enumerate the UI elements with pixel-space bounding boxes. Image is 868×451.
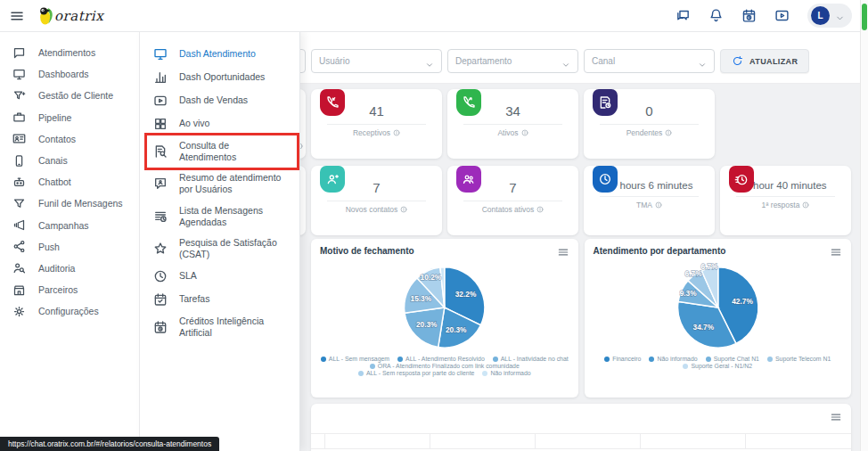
chat-duo-icon[interactable] xyxy=(676,8,691,23)
sidebar-item[interactable]: Atendimentos xyxy=(0,42,139,63)
legend-item[interactable]: ALL - Atendimento Resolvido xyxy=(397,356,485,362)
info-icon[interactable] xyxy=(400,206,407,213)
video-icon[interactable] xyxy=(774,8,790,23)
user-menu[interactable]: L xyxy=(807,4,852,28)
info-icon[interactable] xyxy=(536,206,544,213)
submenu-item[interactable]: SLA xyxy=(140,265,299,288)
info-icon[interactable] xyxy=(802,201,809,209)
person-add-icon xyxy=(320,166,345,193)
legend-item[interactable]: Suporte Chat N1 xyxy=(706,356,759,362)
submenu-item[interactable]: Dash de Vendas xyxy=(140,89,299,112)
submenu-item[interactable]: Lista de Mensagens Agendadas xyxy=(140,201,299,233)
doc-clock-icon xyxy=(593,89,618,116)
submenu-item[interactable]: Ao vivo xyxy=(140,112,299,135)
table-header-cell xyxy=(325,433,430,449)
stopwatch-icon xyxy=(729,166,754,193)
chart-legend: ALL - Sem mensagemALL - Atendimento Reso… xyxy=(320,356,569,376)
briefcase-icon xyxy=(12,111,26,124)
stat-card: 7 Novos contatos xyxy=(311,166,442,235)
legend-item[interactable]: Não informado xyxy=(649,356,697,362)
menu-icon[interactable] xyxy=(9,7,27,25)
card-menu-icon[interactable] xyxy=(830,246,842,258)
sidebar-item[interactable]: Push xyxy=(0,236,139,258)
legend-item[interactable]: ORA - Atendimento Finalizado com link co… xyxy=(370,363,520,369)
submenu-item[interactable]: Dash Atendimento xyxy=(140,43,299,66)
legend-item[interactable]: Financeiro xyxy=(604,356,641,362)
divider xyxy=(463,201,563,201)
table-header-cell xyxy=(641,433,746,449)
card-menu-icon[interactable] xyxy=(557,246,569,258)
submenu-item[interactable]: Créditos Inteligência Artificial xyxy=(140,311,299,343)
submenu-item[interactable]: Dash Oportunidades xyxy=(140,66,299,89)
funnel-icon xyxy=(12,197,26,210)
submenu-item[interactable]: Consulta de Atendimentos xyxy=(140,135,299,168)
svg-text:32.2%: 32.2% xyxy=(455,290,477,299)
submenu-item[interactable]: Pesquisa de Satisfação (CSAT) xyxy=(140,233,299,265)
card-menu-icon[interactable] xyxy=(830,411,842,423)
sidebar-item[interactable]: Campanhas xyxy=(0,215,139,236)
sidebar-item[interactable]: Funil de Mensagens xyxy=(0,193,139,214)
refresh-button[interactable]: ATUALIZAR xyxy=(720,49,809,73)
legend-item[interactable]: Não informado xyxy=(482,370,530,376)
scrollbar-thumb[interactable] xyxy=(862,4,867,30)
filter-select[interactable]: Usuário xyxy=(311,49,442,73)
info-icon[interactable] xyxy=(665,129,672,136)
dashboards-submenu: Dash Atendimento Dash Oportunidades Dash… xyxy=(140,31,300,451)
svg-text:15.3%: 15.3% xyxy=(411,294,432,303)
scrollbar-track[interactable] xyxy=(860,0,868,451)
legend-item[interactable]: ALL - Sem resposta por parte do cliente xyxy=(358,370,475,376)
stat-card: 0 Pendentes xyxy=(584,89,715,159)
sidebar-item[interactable]: Dashboards xyxy=(0,63,139,85)
sidebar-item[interactable]: Parceiros xyxy=(0,279,139,300)
stat-card: 1 hour 40 minutes 1ª resposta xyxy=(720,166,851,235)
legend-item[interactable]: ALL - Sem mensagem xyxy=(321,356,389,362)
device-icon xyxy=(12,154,26,168)
logo: oratrix xyxy=(37,5,103,27)
submenu-item[interactable]: Resumo de atendimento por Usuários xyxy=(140,168,299,200)
divider xyxy=(327,201,427,201)
table-header-cell xyxy=(311,433,325,449)
chart-legend: FinanceiroNão informadoSuporte Chat N1Su… xyxy=(594,356,843,369)
submenu-item[interactable]: Tarefas xyxy=(140,288,299,311)
legend-item[interactable]: Suporte Telecom N1 xyxy=(767,356,831,362)
sidebar-item[interactable]: Pipeline xyxy=(0,107,139,128)
sidebar-item[interactable]: Canais xyxy=(0,150,139,171)
calendar-clock-icon[interactable] xyxy=(741,8,757,23)
filter-select[interactable]: Departamento xyxy=(447,49,578,73)
info-icon[interactable] xyxy=(393,129,400,136)
info-icon[interactable] xyxy=(521,129,528,136)
app-window: oratrix L Atendimentos Dashboards Gestão… xyxy=(0,0,868,451)
chart-title: Atendimento por departamento xyxy=(594,246,726,256)
divider xyxy=(600,124,700,125)
calendar-clock-icon xyxy=(153,320,168,334)
megaphone-icon xyxy=(12,218,26,232)
sidebar-item[interactable]: Contatos xyxy=(0,128,139,150)
clock-icon xyxy=(153,269,168,283)
sidebar-item[interactable]: Auditoria xyxy=(0,258,139,279)
sidebar-item[interactable]: Chatbot xyxy=(0,171,139,193)
info-icon[interactable] xyxy=(655,201,662,209)
bell-icon[interactable] xyxy=(708,8,724,23)
table-panel xyxy=(311,404,851,451)
legend-item[interactable]: Suporte Geral - N1/N2 xyxy=(683,363,752,369)
logo-text: oratrix xyxy=(54,8,103,24)
table-header-cell xyxy=(746,433,851,449)
divider xyxy=(327,124,427,125)
star-icon xyxy=(153,242,168,256)
chart-header: Motivo de fechamento xyxy=(320,246,569,258)
avatar: L xyxy=(811,6,830,25)
monitor-icon xyxy=(153,47,168,62)
storefront-icon xyxy=(12,283,26,297)
list-clock-icon xyxy=(153,209,168,224)
sidebar-item[interactable]: Configurações xyxy=(0,300,139,322)
stat-label: Pendentes xyxy=(584,128,715,137)
filter-select[interactable]: Canal xyxy=(584,49,715,73)
chart-icon xyxy=(153,70,168,85)
pie-chart: 42.7%34.7%9.3%6.7%6.7% xyxy=(594,258,843,355)
table-header-row xyxy=(311,433,851,449)
topbar: oratrix L xyxy=(0,0,868,32)
people-icon xyxy=(456,166,481,193)
legend-item[interactable]: ALL - Inatividade no chat xyxy=(493,356,569,362)
doc-search-icon xyxy=(153,144,168,159)
sidebar-item[interactable]: Gestão de Cliente xyxy=(0,85,139,106)
